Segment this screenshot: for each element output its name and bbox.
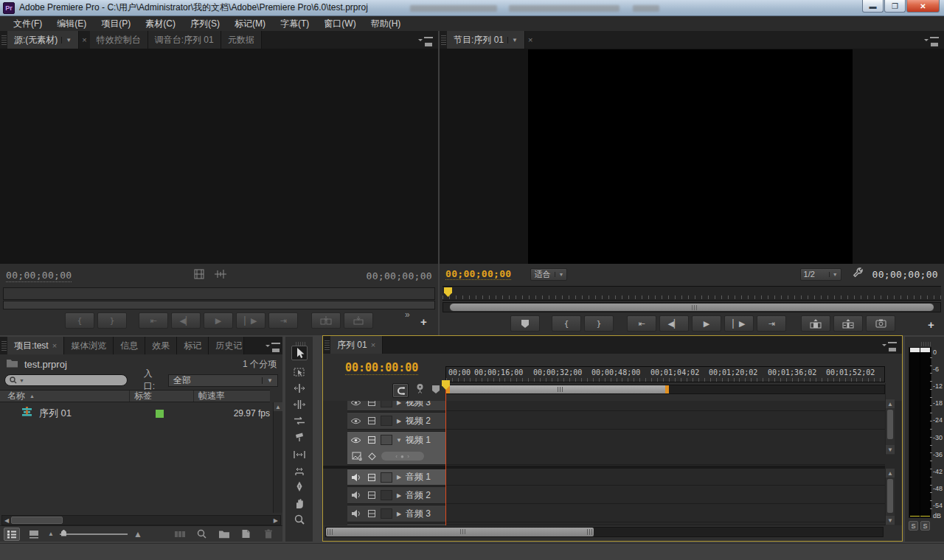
zoom-tool[interactable] bbox=[291, 512, 308, 527]
lift-button[interactable] bbox=[801, 315, 830, 332]
track-content-audio3[interactable] bbox=[445, 505, 885, 522]
panel-grip[interactable] bbox=[324, 340, 330, 350]
audio-meters[interactable] bbox=[909, 347, 931, 518]
expand-track-icon[interactable]: ▶ bbox=[395, 418, 403, 424]
tab-audio-mixer[interactable]: 调音台:序列 01 bbox=[148, 31, 221, 49]
button-editor-plus[interactable]: + bbox=[928, 318, 934, 331]
track-header-master[interactable] bbox=[347, 523, 445, 525]
slider-knob[interactable] bbox=[61, 530, 66, 536]
restore-button[interactable]: ❐ bbox=[884, 0, 906, 13]
track-content-master[interactable] bbox=[445, 523, 885, 525]
program-scrub-ruler[interactable] bbox=[442, 286, 941, 301]
project-row-sequence[interactable]: 序列 01 29.97 fps bbox=[0, 405, 270, 422]
panel-menu-button[interactable] bbox=[883, 336, 902, 354]
rolling-edit-tool[interactable] bbox=[291, 397, 308, 412]
track-content-video3[interactable] bbox=[445, 401, 885, 411]
rate-stretch-tool[interactable] bbox=[291, 413, 308, 428]
solo-left-button[interactable]: S bbox=[909, 521, 918, 531]
razor-tool[interactable] bbox=[291, 430, 308, 444]
track-header-audio-2[interactable]: ▶ 音频 2 bbox=[347, 486, 445, 504]
menu-marker[interactable]: 标记(M) bbox=[227, 16, 273, 31]
sync-lock-icon[interactable] bbox=[365, 508, 378, 519]
track-lock-slot[interactable] bbox=[381, 435, 392, 445]
minimize-button[interactable]: ▬ bbox=[862, 0, 884, 13]
slip-tool[interactable] bbox=[291, 447, 308, 462]
zoom-handle-left[interactable] bbox=[327, 529, 333, 535]
tab-markers[interactable]: 标记 bbox=[177, 337, 209, 354]
menu-title[interactable]: 字幕(T) bbox=[273, 16, 316, 31]
mark-out-button[interactable]: } bbox=[97, 312, 127, 329]
work-area-end-handle[interactable] bbox=[665, 385, 669, 393]
zoom-scrollbar-thumb[interactable] bbox=[326, 528, 594, 536]
tab-source[interactable]: 源:(无素材) ▼ bbox=[7, 31, 79, 49]
solo-right-button[interactable]: S bbox=[920, 521, 930, 531]
hand-tool[interactable] bbox=[291, 496, 308, 511]
step-back-button[interactable]: ◀▏ bbox=[171, 312, 201, 329]
menu-file[interactable]: 文件(F) bbox=[6, 16, 49, 31]
panel-menu-button[interactable] bbox=[925, 31, 944, 49]
track-lock-slot[interactable] bbox=[381, 472, 392, 483]
sync-lock-icon[interactable] bbox=[365, 472, 378, 483]
step-forward-button[interactable]: ▏▶ bbox=[724, 315, 754, 332]
toggle-track-mute-icon[interactable] bbox=[350, 490, 362, 501]
tab-effect-controls[interactable]: 特效控制台 bbox=[90, 31, 148, 49]
source-current-timecode[interactable]: 00;00;00;00 bbox=[6, 270, 72, 282]
expand-track-icon[interactable]: ▶ bbox=[395, 492, 403, 499]
track-header-audio-1[interactable]: ▶ 音频 1 bbox=[347, 469, 445, 486]
scroll-down-arrow[interactable]: ▼ bbox=[886, 445, 895, 454]
chevron-down-icon[interactable]: ▼ bbox=[61, 37, 72, 43]
slide-tool[interactable] bbox=[291, 463, 308, 478]
step-forward-button[interactable]: ▏▶ bbox=[236, 312, 266, 329]
scroll-up-arrow[interactable]: ▲ bbox=[886, 469, 895, 477]
sync-lock-icon[interactable] bbox=[365, 435, 378, 446]
project-horizontal-scrollbar[interactable]: ◀ ▶ bbox=[1, 515, 281, 525]
drag-video-icon[interactable] bbox=[193, 269, 205, 282]
expand-track-icon[interactable]: ▶ bbox=[395, 401, 403, 406]
scroll-up-arrow[interactable]: ▲ bbox=[274, 402, 282, 411]
tab-close-icon[interactable]: × bbox=[525, 31, 535, 49]
track-header-video-1[interactable]: ▼ 视频 1 bbox=[347, 431, 445, 449]
tab-history[interactable]: 历史记 bbox=[209, 337, 244, 354]
thumbnail-zoom-slider[interactable] bbox=[60, 533, 128, 535]
playback-resolution-select[interactable]: 1/2 ▼ bbox=[800, 268, 841, 281]
scroll-right-arrow[interactable]: ▶ bbox=[271, 517, 280, 524]
track-header-video-2[interactable]: ▶ 视频 2 bbox=[347, 412, 445, 430]
menu-project[interactable]: 项目(P) bbox=[94, 16, 138, 31]
tab-close-icon[interactable]: × bbox=[52, 341, 57, 350]
audio-tracks-scrollbar[interactable]: ▲ ▼ bbox=[885, 469, 895, 525]
work-area-bar[interactable] bbox=[446, 385, 669, 393]
menu-clip[interactable]: 素材(C) bbox=[138, 16, 183, 31]
toggle-track-mute-icon[interactable] bbox=[350, 508, 362, 519]
drag-audio-icon[interactable] bbox=[214, 269, 227, 282]
scrollbar-thumb[interactable] bbox=[887, 410, 893, 439]
toggle-track-mute-icon[interactable] bbox=[350, 472, 362, 483]
menu-window[interactable]: 窗口(W) bbox=[316, 16, 363, 31]
program-scrollbar-thumb[interactable] bbox=[449, 303, 934, 312]
column-name[interactable]: 名称 bbox=[7, 390, 25, 402]
scroll-down-arrow[interactable]: ▼ bbox=[886, 516, 895, 525]
sync-lock-icon[interactable] bbox=[365, 416, 378, 427]
track-content-video1[interactable] bbox=[445, 430, 885, 465]
source-scrollbar[interactable] bbox=[3, 301, 435, 309]
ripple-edit-tool[interactable] bbox=[291, 381, 308, 396]
track-content-audio1[interactable] bbox=[445, 469, 885, 486]
track-lock-slot[interactable] bbox=[381, 490, 392, 500]
tab-info[interactable]: 信息 bbox=[114, 337, 145, 354]
label-color-chip[interactable] bbox=[155, 409, 164, 419]
mark-out-button[interactable]: } bbox=[584, 315, 614, 332]
toggle-track-output-icon[interactable] bbox=[350, 401, 362, 408]
automate-to-sequence-button[interactable] bbox=[172, 528, 188, 541]
track-select-tool[interactable] bbox=[291, 365, 308, 379]
tab-program[interactable]: 节目:序列 01 ▼ bbox=[447, 31, 525, 49]
set-marker-icon[interactable] bbox=[431, 384, 440, 397]
go-to-in-button[interactable]: ⇤ bbox=[139, 312, 168, 329]
track-header-video-3[interactable]: ▶ 视频 3 bbox=[347, 401, 445, 411]
tab-metadata[interactable]: 元数据 bbox=[221, 31, 262, 49]
collapse-track-icon[interactable]: ▼ bbox=[395, 437, 403, 444]
track-content-video2[interactable] bbox=[445, 412, 885, 430]
column-divider[interactable] bbox=[193, 391, 194, 402]
new-bin-button[interactable] bbox=[216, 528, 232, 541]
track-header-audio-3[interactable]: ▶ 音频 3 bbox=[347, 505, 445, 522]
mark-in-button[interactable]: { bbox=[552, 315, 581, 332]
new-item-button[interactable] bbox=[238, 528, 254, 541]
